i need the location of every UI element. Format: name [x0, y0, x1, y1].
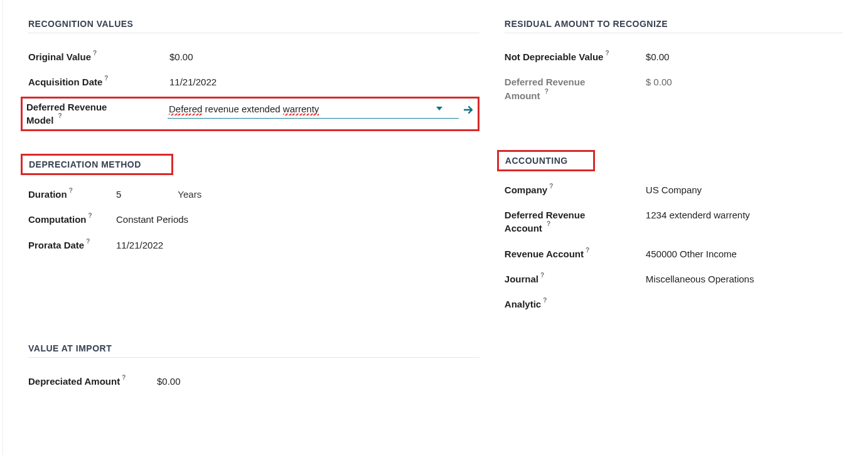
label-company: Company ? [505, 184, 646, 196]
section-title-value-at-import: VALUE AT IMPORT [28, 343, 480, 358]
value-computation[interactable]: Constant Periods [116, 213, 480, 225]
section-title-depreciation-method: DEPRECIATION METHOD [29, 159, 141, 169]
deferred-revenue-model-value: Defered revenue extended warrenty [169, 104, 319, 114]
label-acquisition-date: Acquisition Date ? [28, 76, 169, 88]
help-icon[interactable]: ? [122, 373, 126, 382]
value-revenue-account[interactable]: 450000 Other Income [646, 248, 843, 259]
help-icon[interactable]: ? [586, 246, 589, 255]
label-depreciated-amount: Depreciated Amount ? [28, 375, 157, 388]
value-journal[interactable]: Miscellaneous Operations [646, 273, 843, 284]
help-icon[interactable]: ? [545, 88, 549, 95]
deferred-revenue-model-select[interactable]: Defered revenue extended warrenty [168, 101, 474, 119]
row-analytic: Analytic ? [505, 292, 843, 317]
label-analytic: Analytic ? [505, 298, 646, 311]
section-title-accounting: ACCOUNTING [505, 156, 568, 166]
row-depreciated-amount: Depreciated Amount ? $0.00 [28, 369, 480, 394]
label-duration: Duration ? [28, 188, 116, 201]
section-residual: RESIDUAL AMOUNT TO RECOGNIZE Not Depreci… [505, 19, 843, 109]
value-prorata-date[interactable]: 11/21/2022 [116, 239, 480, 250]
row-company: Company ? US Company [505, 178, 843, 203]
value-company[interactable]: US Company [646, 184, 843, 195]
help-icon[interactable]: ? [58, 112, 62, 119]
external-link-icon[interactable] [464, 105, 474, 114]
help-icon[interactable]: ? [549, 182, 553, 191]
section-depreciation-method: DEPRECIATION METHOD Duration ? 5 Years C… [28, 154, 480, 258]
label-original-value: Original Value ? [28, 51, 169, 63]
row-duration: Duration ? 5 Years [28, 182, 480, 207]
row-original-value: Original Value ? $0.00 [28, 45, 480, 70]
highlight-depreciation-method-title: DEPRECIATION METHOD [21, 154, 173, 175]
label-not-depreciable: Not Depreciable Value ? [505, 51, 646, 63]
label-deferred-revenue-account: Deferred Revenue Account ? [505, 209, 646, 235]
highlight-deferred-revenue-model: Deferred Revenue Model ? Defered revenue… [21, 97, 480, 132]
duration-unit[interactable]: Years [178, 189, 201, 200]
row-journal: Journal ? Miscellaneous Operations [505, 267, 843, 292]
row-deferred-revenue-account: Deferred Revenue Account ? 1234 extender… [505, 203, 843, 242]
row-deferred-revenue-amount: Deferred Revenue Amount ? $ 0.00 [505, 70, 843, 109]
label-deferred-revenue-model: Deferred Revenue Model ? [26, 101, 168, 127]
row-prorata-date: Prorata Date ? 11/21/2022 [28, 233, 480, 258]
row-not-depreciable: Not Depreciable Value ? $0.00 [505, 45, 843, 70]
label-journal: Journal ? [505, 273, 646, 286]
duration-number[interactable]: 5 [116, 189, 121, 200]
help-icon[interactable]: ? [69, 186, 73, 195]
value-acquisition-date[interactable]: 11/21/2022 [169, 76, 480, 87]
value-original-value: $0.00 [169, 51, 480, 62]
help-icon[interactable]: ? [543, 296, 547, 305]
section-title-recognition-values: RECOGNITION VALUES [28, 19, 480, 33]
label-computation: Computation ? [28, 213, 116, 226]
row-computation: Computation ? Constant Periods [28, 207, 480, 232]
value-analytic[interactable] [646, 298, 843, 299]
chevron-down-icon[interactable] [436, 107, 442, 110]
help-icon[interactable]: ? [605, 49, 609, 58]
help-icon[interactable]: ? [547, 220, 550, 227]
help-icon[interactable]: ? [540, 271, 544, 280]
value-not-depreciable: $0.00 [646, 51, 843, 62]
row-acquisition-date: Acquisition Date ? 11/21/2022 [28, 70, 480, 95]
value-deferred-revenue-amount: $ 0.00 [646, 76, 843, 87]
label-deferred-revenue-amount: Deferred Revenue Amount ? [505, 76, 646, 102]
help-icon[interactable]: ? [86, 237, 90, 246]
value-deferred-revenue-account[interactable]: 1234 extenderd warrenty [646, 209, 843, 220]
label-prorata-date: Prorata Date ? [28, 239, 116, 252]
help-icon[interactable]: ? [88, 211, 92, 220]
section-accounting: ACCOUNTING Company ? US Company Deferred… [505, 150, 843, 318]
help-icon[interactable]: ? [93, 49, 97, 58]
highlight-accounting-title: ACCOUNTING [497, 150, 595, 171]
row-revenue-account: Revenue Account ? 450000 Other Income [505, 242, 843, 267]
section-value-at-import: VALUE AT IMPORT Depreciated Amount ? $0.… [28, 343, 480, 394]
section-recognition-values: RECOGNITION VALUES Original Value ? $0.0… [28, 19, 480, 131]
label-revenue-account: Revenue Account ? [505, 248, 646, 260]
value-duration: 5 Years [116, 188, 480, 200]
section-title-residual: RESIDUAL AMOUNT TO RECOGNIZE [505, 19, 843, 33]
value-depreciated-amount: $0.00 [157, 375, 480, 387]
help-icon[interactable]: ? [104, 74, 108, 83]
